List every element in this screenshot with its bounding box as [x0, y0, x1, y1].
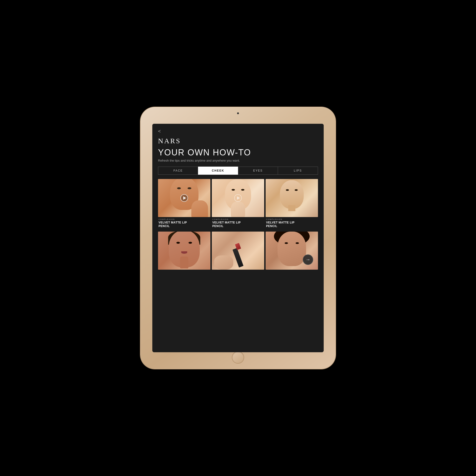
video-item-2[interactable]: COMPLEXION VELVET MATTE LIPPENCIL — [212, 179, 264, 230]
video-title-1: VELVET MATTE LIPPENCIL — [158, 221, 210, 228]
video-title-2: VELVET MATTE LIPPENCIL — [212, 221, 264, 228]
ipad-camera — [237, 112, 239, 114]
video-item-6[interactable]: → — [266, 232, 318, 273]
tab-face[interactable]: FACE — [158, 167, 198, 175]
video-category-1: COMPLEXION — [158, 218, 210, 221]
play-button-2[interactable] — [234, 194, 242, 202]
nars-logo: NARS — [158, 137, 318, 145]
videos-grid: COMPLEXION VELVET MATTE LIPPENCIL — [158, 179, 318, 273]
video-item-3[interactable]: COMPLEXION VELVET MATTE LIPPENCIL — [266, 179, 318, 230]
page-title: YOUR OWN HOW-TO — [158, 148, 318, 157]
app-content: < NARS YOUR OWN HOW-TO Refresh the tips … — [152, 124, 324, 352]
video-item-4[interactable] — [158, 232, 210, 273]
video-item-1[interactable]: COMPLEXION VELVET MATTE LIPPENCIL — [158, 179, 210, 230]
video-title-3: VELVET MATTE LIPPENCIL — [266, 221, 318, 228]
play-button-1[interactable] — [180, 194, 188, 202]
tab-cheek[interactable]: CHEEK — [198, 167, 238, 175]
tab-eyes[interactable]: EYES — [238, 167, 278, 175]
ipad-outer: < NARS YOUR OWN HOW-TO Refresh the tips … — [140, 107, 336, 369]
page-subtitle: Refresh the tips and tricks anytime and … — [158, 159, 318, 162]
video-item-5[interactable] — [212, 232, 264, 273]
nav-arrow-button[interactable]: → — [303, 255, 313, 265]
ipad-home-button[interactable] — [232, 351, 244, 364]
video-category-3: COMPLEXION — [266, 218, 318, 221]
video-category-2: COMPLEXION — [212, 218, 264, 221]
back-button[interactable]: < — [158, 129, 161, 134]
tabs-row: FACE CHEEK EYES LIPS — [158, 167, 318, 175]
tab-lips[interactable]: LIPS — [278, 167, 318, 175]
ipad-screen: < NARS YOUR OWN HOW-TO Refresh the tips … — [152, 124, 324, 352]
